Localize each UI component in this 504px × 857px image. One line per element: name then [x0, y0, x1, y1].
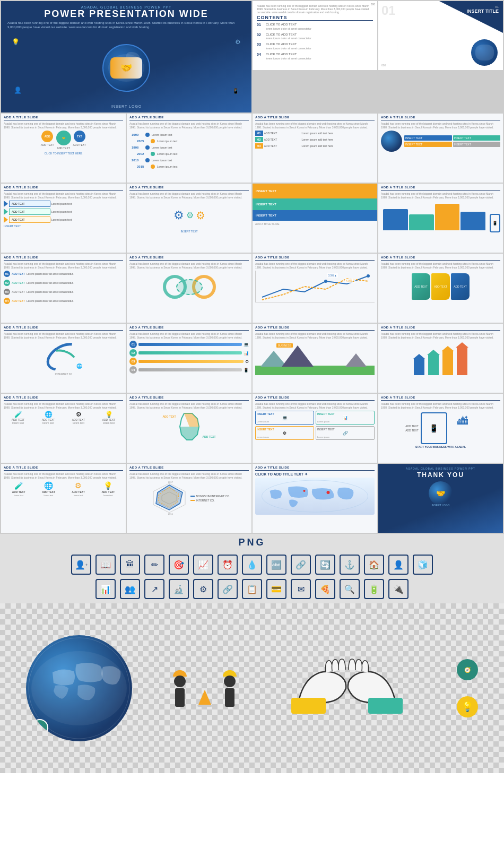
svg-point-11 — [303, 490, 306, 492]
thankyou-brand: ASADAL GLOBAL BUSINESS POWER PPT — [383, 467, 499, 470]
icon-battery: 🔋 — [364, 579, 384, 599]
slide-13[interactable]: ADD A TITLE SLIDE Asadal has been runnin… — [127, 254, 251, 323]
slide-25[interactable]: ADD A TITLE SLIDE Asadal has been runnin… — [127, 464, 251, 533]
slide-14[interactable]: ADD A TITLE SLIDE Asadal has been runnin… — [253, 254, 377, 323]
slide-5[interactable]: ADD A TITLE SLIDE Asadal has been runnin… — [127, 114, 251, 183]
slide-4-header: ADD A TITLE SLIDE — [4, 116, 123, 120]
icon-chart-pie: 🍕 — [315, 579, 335, 599]
icon-card: 💳 — [266, 579, 286, 599]
icon-anchor: ⚓ — [340, 555, 360, 575]
slide-22[interactable]: ADD A TITLE SLIDE Asadal has been runnin… — [253, 394, 377, 463]
worker-2 — [223, 670, 237, 707]
slide-6-subtext: Asadal has been running one of the bigge… — [255, 122, 375, 129]
contents-item-2: 02 CLICK TO ADD TEXTlorem ipsum dolor si… — [257, 33, 373, 41]
thankyou-handshake: 🤝 — [436, 489, 445, 498]
globe-badge-1: 👤 — [31, 719, 48, 736]
handshake-large — [278, 651, 416, 725]
slide-insert-title[interactable]: 01 01 INSERT TITLE 000 — [378, 1, 503, 70]
slide-16[interactable]: ADD A TITLE SLIDE Asadal has been runnin… — [1, 324, 126, 393]
contents-header: CONTENTS — [257, 15, 373, 21]
slide-4[interactable]: ADD A TITLE SLIDE Asadal has been runnin… — [1, 114, 126, 183]
slide-6-header: ADD A TITLE SLIDE — [255, 116, 375, 120]
icon-target: 🎯 — [169, 555, 189, 575]
yellow-bulb: 💡 — [457, 696, 478, 717]
thankyou-logo: INSERT LOGO — [432, 504, 450, 507]
icon-grid: 📋 — [242, 579, 262, 599]
phone-icon: 📱 — [490, 214, 500, 232]
teal-badge: 🧭 — [457, 659, 478, 680]
icon-clock: ⏰ — [218, 555, 238, 575]
slides-grid: ASADAL GLOBAL BUSINESS POWER PPT POWER P… — [0, 0, 504, 534]
slide-6[interactable]: ADD A TITLE SLIDE Asadal has been runnin… — [253, 114, 377, 183]
svg-rect-13 — [291, 698, 326, 714]
icon-drop: 💧 — [242, 555, 262, 575]
icon-battery2: 🔌 — [388, 579, 409, 599]
svg-text:2017: 2017 — [168, 481, 173, 483]
icon-home: 🏠 — [364, 555, 384, 575]
slide-24[interactable]: ADD A TITLE SLIDE Asadal has been runnin… — [1, 464, 126, 533]
slide-17[interactable]: ADD A TITLE SLIDE Asadal has been runnin… — [127, 324, 251, 393]
icon-link: 🔗 — [291, 555, 311, 575]
slide-9-header: ADD A TITLE SLIDE — [129, 186, 249, 191]
slide-num-badge: 000 — [371, 3, 375, 6]
slide-15[interactable]: ADD A TITLE SLIDE Asadal has been runnin… — [378, 254, 503, 323]
insert-text-label: INSERT TEXT — [4, 224, 123, 228]
icon-arrow-up: ↗ — [144, 579, 164, 599]
icon-add-user: 👤+ — [71, 555, 91, 575]
icon-gear: ⚙ — [193, 579, 213, 599]
slide-9-insert: INSERT TEXT — [129, 230, 249, 233]
icon-pencil: ✏ — [144, 555, 164, 575]
slide-7-header: ADD A TITLE SLIDE — [381, 116, 500, 120]
png-label: PNG — [0, 537, 504, 548]
icon-text: 🔤 — [266, 555, 286, 575]
icon-recycle: 🔄 — [315, 555, 335, 575]
traffic-cone — [198, 690, 211, 705]
handshake-icon: 🤝 — [110, 57, 142, 79]
timeline: 1999 Lorem ipsum text 2005 Lorem ipsum t… — [129, 131, 249, 171]
icons-row-1: 👤+ 📖 🏛 ✏ 🎯 📈 ⏰ 💧 🔤 🔗 🔄 ⚓ 🏠 👤 🧊 — [0, 552, 504, 577]
slide-9[interactable]: ADD A TITLE SLIDE Asadal has been runnin… — [127, 184, 251, 253]
svg-rect-14 — [368, 698, 403, 714]
globe-large: 👤 — [26, 635, 132, 741]
icon-microscope: 🔬 — [169, 579, 189, 599]
slide-26[interactable]: ADD A TITLE SLIDE CLICK TO ADD TITLE TEX… — [253, 464, 377, 533]
svg-point-0 — [324, 280, 327, 283]
slide-contents[interactable]: 000 Asadal has been running one of the b… — [253, 1, 377, 70]
icon-book: 📖 — [95, 555, 116, 575]
icon-person: 👤 — [388, 555, 409, 575]
icon-chart-line: 📈 — [193, 555, 213, 575]
slide-19[interactable]: ADD A TITLE SLIDE Asadal has been runnin… — [378, 324, 503, 393]
hero-globe-area: 🤝 💡 ⚙ 👤 📱 — [7, 33, 245, 103]
worker-1 — [173, 670, 187, 707]
icon-envelope: ✉ — [291, 579, 311, 599]
icon-users: 👥 — [120, 579, 140, 599]
icon-3d: 🧊 — [413, 555, 433, 575]
contents-item-1: 01 CLICK TO ADD TEXTlorem ipsum dolor si… — [257, 23, 373, 31]
slide-11-header: ADD A TITLE SLIDE — [381, 186, 500, 191]
slide-7[interactable]: ADD A TITLE SLIDE Asadal has been runnin… — [378, 114, 503, 183]
svg-point-10 — [327, 491, 330, 494]
slide-5-subtext: Asadal has been running one of the bigge… — [129, 122, 249, 129]
insert-globe — [471, 39, 498, 66]
slide-23[interactable]: ADD A TITLE SLIDE Asadal has been runnin… — [378, 394, 503, 463]
svg-point-1 — [367, 274, 370, 278]
slide-10[interactable]: INSERT TEXT INSERT TEXT INSERT TEXT ADD … — [253, 184, 377, 253]
tablet-icon: 📱 — [421, 412, 447, 444]
slide-5-header: ADD A TITLE SLIDE — [129, 116, 249, 120]
slide-8-header: ADD A TITLE SLIDE — [4, 186, 123, 191]
slide-thankyou[interactable]: ASADAL GLOBAL BUSINESS POWER PPT THANK Y… — [378, 464, 503, 533]
slide-12[interactable]: ADD A TITLE SLIDE Asadal has been runnin… — [1, 254, 126, 323]
slide-21[interactable]: ADD A TITLE SLIDE Asadal has been runnin… — [127, 394, 251, 463]
icon-nodes: 🔗 — [218, 579, 238, 599]
slide-11[interactable]: ADD A TITLE SLIDE Asadal has been runnin… — [378, 184, 503, 253]
svg-text:2011: 2011 — [168, 513, 173, 515]
checker-area: 👤 — [0, 603, 504, 773]
icon-search: 🔍 — [340, 579, 360, 599]
hero-subtitle: Asadal has been running one of the bigge… — [7, 21, 245, 30]
slide-hero[interactable]: ASADAL GLOBAL BUSINESS POWER PPT POWER P… — [1, 1, 251, 112]
slide-8[interactable]: ADD A TITLE SLIDE Asadal has been runnin… — [1, 184, 126, 253]
slide-20[interactable]: ADD A TITLE SLIDE Asadal has been runnin… — [1, 394, 126, 463]
world-map — [255, 478, 375, 515]
slide-18[interactable]: ADD A TITLE SLIDE Asadal has been runnin… — [253, 324, 377, 393]
png-section: PNG 👤+ 📖 🏛 ✏ 🎯 📈 ⏰ 💧 🔤 🔗 🔄 ⚓ 🏠 👤 🧊 📊 👥 ↗… — [0, 534, 504, 603]
